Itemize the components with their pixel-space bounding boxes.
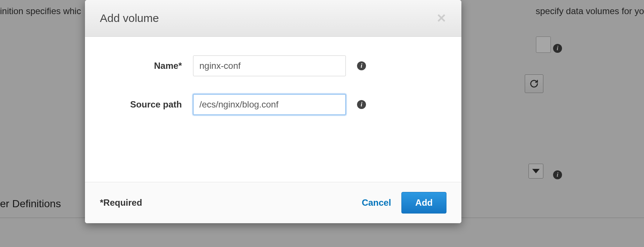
bg-section-heading: er Definitions: [0, 198, 61, 210]
info-icon[interactable]: i: [357, 100, 366, 109]
refresh-icon: [530, 79, 539, 88]
bg-dropdown[interactable]: [528, 164, 543, 179]
cancel-button[interactable]: Cancel: [362, 198, 391, 208]
refresh-button[interactable]: [525, 74, 543, 93]
required-note: *Required: [100, 198, 142, 208]
source-path-label: Source path: [100, 99, 193, 110]
bg-text-fragment: inition specifies whic: [0, 6, 81, 16]
add-button[interactable]: Add: [401, 192, 446, 214]
name-input[interactable]: [193, 55, 346, 76]
modal-footer: *Required Cancel Add: [85, 182, 461, 223]
close-icon[interactable]: ✕: [436, 12, 446, 24]
name-label: Name*: [100, 61, 193, 71]
add-volume-modal: Add volume ✕ Name* i Source path i *Requ…: [85, 0, 461, 223]
modal-title: Add volume: [100, 12, 159, 25]
bg-text-fragment: specify data volumes for yo: [536, 6, 644, 16]
footer-actions: Cancel Add: [362, 192, 446, 214]
form-row-name: Name* i: [100, 55, 446, 76]
source-path-input[interactable]: [193, 94, 346, 115]
bg-input-fragment: [536, 36, 551, 53]
modal-body: Name* i Source path i: [85, 37, 461, 182]
info-icon[interactable]: i: [357, 61, 366, 70]
info-icon: i: [553, 170, 562, 179]
form-row-source-path: Source path i: [100, 94, 446, 115]
info-icon: i: [553, 44, 562, 53]
modal-header: Add volume ✕: [85, 0, 461, 37]
chevron-down-icon: [532, 169, 540, 173]
